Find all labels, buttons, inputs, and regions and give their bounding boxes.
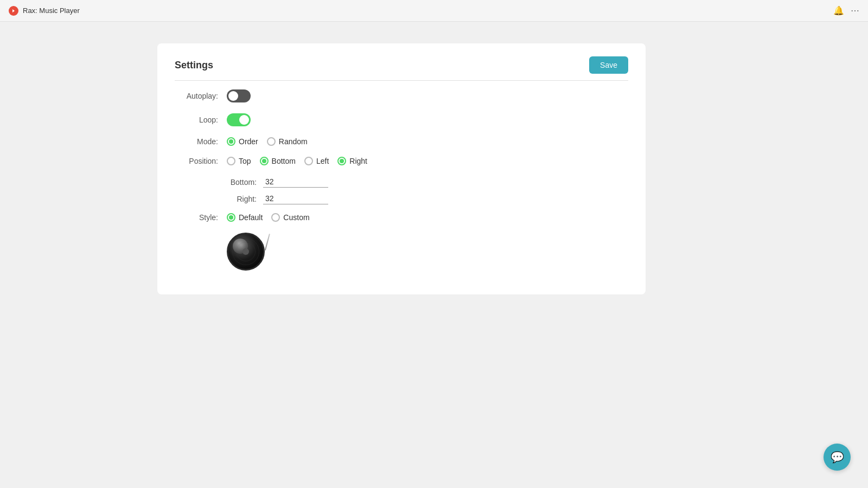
app-icon — [9, 6, 18, 16]
settings-title: Settings — [175, 60, 213, 71]
style-default-label: Default — [239, 213, 263, 222]
mode-radio-group: Order Random — [227, 137, 308, 146]
mode-order-dot — [227, 137, 235, 146]
right-field-row: Right: — [227, 193, 628, 204]
bell-icon[interactable]: 🔔 — [833, 5, 844, 16]
mode-row: Mode: Order Random — [175, 137, 628, 146]
mode-order-label: Order — [239, 137, 258, 146]
position-row: Position: Top Bottom Left Right — [175, 157, 628, 165]
style-custom-dot — [271, 213, 280, 222]
position-radio-group: Top Bottom Left Right — [227, 157, 367, 165]
bottom-label: Bottom: — [227, 178, 257, 187]
autoplay-row: Autoplay: — [175, 89, 628, 102]
save-button[interactable]: Save — [589, 56, 628, 74]
position-bottom-label: Bottom — [272, 157, 296, 165]
mode-order-option[interactable]: Order — [227, 137, 258, 146]
loop-slider — [227, 113, 251, 126]
loop-toggle[interactable] — [227, 113, 251, 126]
position-right-dot — [337, 157, 346, 165]
mode-label: Mode: — [175, 137, 218, 146]
style-label: Style: — [175, 213, 218, 222]
loop-row: Loop: — [175, 113, 628, 126]
style-custom-option[interactable]: Custom — [271, 213, 309, 222]
mode-random-label: Random — [279, 137, 308, 146]
player-widget — [227, 233, 276, 281]
mode-random-option[interactable]: Random — [267, 137, 308, 146]
chat-button[interactable]: 💬 — [824, 444, 851, 471]
position-top-option[interactable]: Top — [227, 157, 251, 165]
autoplay-label: Autoplay: — [175, 92, 218, 100]
player-needle — [265, 234, 270, 251]
autoplay-toggle[interactable] — [227, 89, 251, 102]
loop-label: Loop: — [175, 115, 218, 124]
more-icon[interactable]: ⋯ — [851, 5, 859, 16]
sub-fields: Bottom: Right: — [227, 176, 628, 204]
style-custom-label: Custom — [283, 213, 309, 222]
right-label: Right: — [227, 195, 257, 203]
right-input[interactable] — [263, 193, 328, 204]
title-bar-left: Rax: Music Player — [9, 6, 80, 16]
position-right-option[interactable]: Right — [337, 157, 367, 165]
position-bottom-option[interactable]: Bottom — [260, 157, 296, 165]
player-disc[interactable] — [227, 233, 265, 271]
settings-panel: Settings Save Autoplay: Loop: Mode: — [157, 43, 646, 294]
position-top-label: Top — [239, 157, 251, 165]
title-bar-right: 🔔 ⋯ — [833, 5, 859, 16]
style-radio-group: Default Custom — [227, 213, 310, 222]
bottom-field-row: Bottom: — [227, 176, 628, 188]
settings-header: Settings Save — [175, 56, 628, 81]
style-default-option[interactable]: Default — [227, 213, 263, 222]
style-default-dot — [227, 213, 235, 222]
autoplay-slider — [227, 89, 251, 102]
mode-random-dot — [267, 137, 276, 146]
position-label: Position: — [175, 157, 218, 165]
style-row: Style: Default Custom — [175, 213, 628, 222]
position-left-dot — [304, 157, 313, 165]
disc-center — [242, 248, 249, 255]
app-title: Rax: Music Player — [23, 7, 80, 15]
chat-icon: 💬 — [831, 451, 844, 464]
title-bar: Rax: Music Player 🔔 ⋯ — [0, 0, 868, 22]
position-right-label: Right — [349, 157, 367, 165]
position-bottom-dot — [260, 157, 269, 165]
bottom-input[interactable] — [263, 176, 328, 188]
position-left-option[interactable]: Left — [304, 157, 329, 165]
position-left-label: Left — [316, 157, 329, 165]
main-content: Settings Save Autoplay: Loop: Mode: — [0, 22, 868, 316]
position-top-dot — [227, 157, 235, 165]
